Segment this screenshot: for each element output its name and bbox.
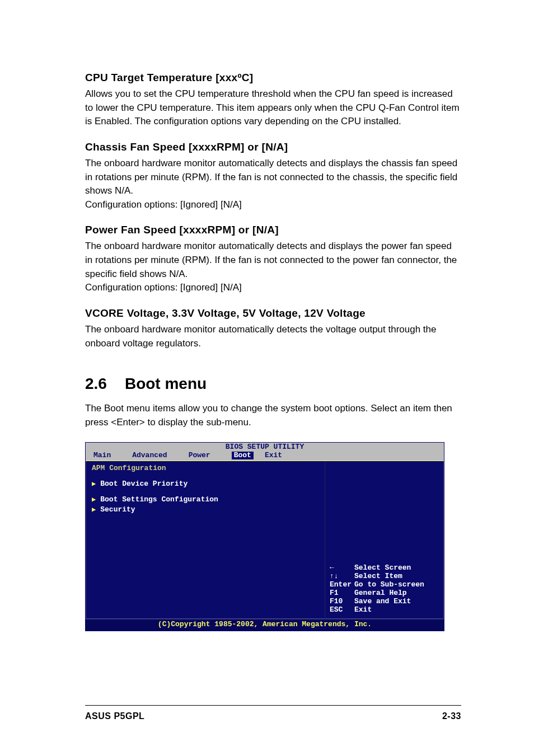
bios-section-label: APM Configuration <box>92 464 319 473</box>
bios-tab-exit[interactable]: Exit <box>265 452 290 460</box>
footer-product: ASUS P5GPL <box>85 711 144 721</box>
bios-help-key: F1 <box>330 589 354 598</box>
bios-help-label: Go to Sub-screen <box>354 581 424 589</box>
bios-help-row: ← Select Screen <box>330 564 439 572</box>
bios-help-key: ESC <box>330 606 354 614</box>
bios-tab-power[interactable]: Power <box>189 452 218 460</box>
section-body: Allows you to set the CPU temperature th… <box>85 87 461 129</box>
left-arrow-icon: ← <box>330 564 354 572</box>
bios-help-row: F1 General Help <box>330 589 439 598</box>
bios-help-block: ← Select Screen ↑↓ Select Item Enter Go … <box>330 564 439 614</box>
bios-screenshot: BIOS SETUP UTILITY Main Advanced Power B… <box>85 442 444 632</box>
section-text: The onboard hardware monitor automatical… <box>85 241 457 279</box>
footer-page-number: 2-33 <box>442 711 461 721</box>
bios-copyright: (C)Copyright 1985-2002, American Megatre… <box>86 619 444 631</box>
bios-help-row: ↑↓ Select Item <box>330 572 439 581</box>
chapter-heading-boot-menu: 2.6 Boot menu <box>85 375 461 393</box>
section-text: The onboard hardware monitor automatical… <box>85 158 457 196</box>
chapter-intro: The Boot menu items allow you to change … <box>85 402 461 429</box>
bios-item-label: Security <box>100 506 135 514</box>
bios-item-boot-device-priority[interactable]: ▶ Boot Device Priority <box>92 480 319 489</box>
bios-right-pane: ← Select Screen ↑↓ Select Item Enter Go … <box>325 461 444 619</box>
bios-body: APM Configuration ▶ Boot Device Priority… <box>86 461 444 619</box>
page-footer: ASUS P5GPL 2-33 <box>85 705 461 721</box>
section-heading-cpu-target-temp: CPU Target Temperature [xxxºC] <box>85 72 461 84</box>
bios-tab-main[interactable]: Main <box>93 452 119 460</box>
section-config-options: Configuration options: [Ignored] [N/A] <box>85 282 242 293</box>
bios-title-bar: BIOS SETUP UTILITY <box>86 443 444 452</box>
document-page: CPU Target Temperature [xxxºC] Allows yo… <box>0 0 534 756</box>
bios-help-row: F10 Save and Exit <box>330 598 439 606</box>
bios-help-label: Select Item <box>354 572 402 581</box>
bios-help-row: ESC Exit <box>330 606 439 614</box>
bios-item-boot-settings-config[interactable]: ▶ Boot Settings Configuration <box>92 496 319 504</box>
triangle-right-icon: ▶ <box>92 496 96 504</box>
up-down-arrow-icon: ↑↓ <box>330 572 354 581</box>
bios-help-row: Enter Go to Sub-screen <box>330 581 439 589</box>
section-config-options: Configuration options: [Ignored] [N/A] <box>85 199 242 210</box>
bios-help-key: F10 <box>330 598 354 606</box>
section-heading-chassis-fan: Chassis Fan Speed [xxxxRPM] or [N/A] <box>85 141 461 153</box>
bios-item-security[interactable]: ▶ Security <box>92 506 319 514</box>
triangle-right-icon: ▶ <box>92 481 96 489</box>
bios-item-label: Boot Settings Configuration <box>100 496 218 504</box>
triangle-right-icon: ▶ <box>92 506 96 514</box>
chapter-title: Boot menu <box>125 375 207 393</box>
section-heading-power-fan: Power Fan Speed [xxxxRPM] or [N/A] <box>85 224 461 236</box>
bios-tab-advanced[interactable]: Advanced <box>132 452 175 460</box>
section-body: The onboard hardware monitor automatical… <box>85 240 461 295</box>
bios-help-key: Enter <box>330 581 354 589</box>
bios-item-label: Boot Device Priority <box>100 480 188 489</box>
section-body: The onboard hardware monitor automatical… <box>85 323 461 350</box>
bios-help-label: Save and Exit <box>354 598 411 606</box>
chapter-number: 2.6 <box>85 375 107 393</box>
bios-help-label: Select Screen <box>354 564 411 572</box>
bios-help-label: General Help <box>354 589 407 598</box>
bios-tab-bar: Main Advanced Power Boot Exit <box>86 452 444 461</box>
bios-help-label: Exit <box>354 606 372 614</box>
section-heading-vcore-voltages: VCORE Voltage, 3.3V Voltage, 5V Voltage,… <box>85 307 461 320</box>
bios-tab-boot[interactable]: Boot <box>232 452 254 460</box>
bios-left-pane: APM Configuration ▶ Boot Device Priority… <box>86 461 325 619</box>
section-body: The onboard hardware monitor automatical… <box>85 157 461 212</box>
